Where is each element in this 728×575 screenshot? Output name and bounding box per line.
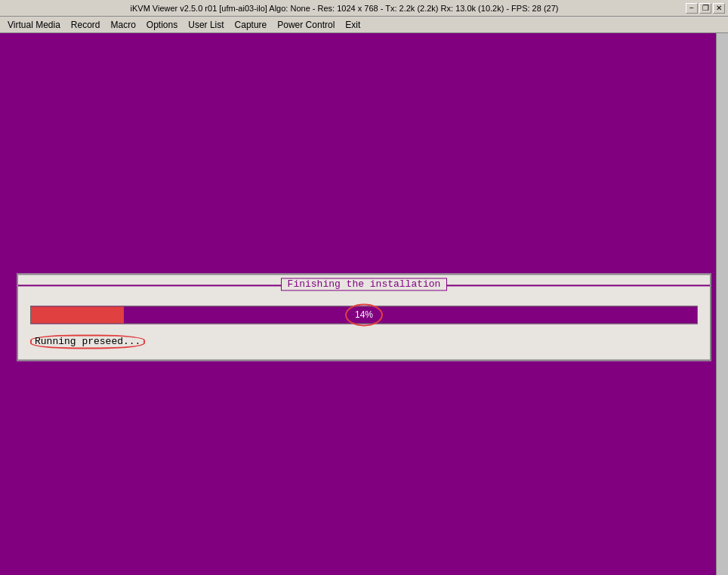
menu-macro[interactable]: Macro xyxy=(106,18,140,32)
menu-record[interactable]: Record xyxy=(66,18,105,32)
status-text: Running preseed... xyxy=(30,336,698,347)
installation-dialog: Finishing the installation 14% Running p… xyxy=(17,273,711,361)
menu-exit[interactable]: Exit xyxy=(341,18,365,32)
menu-user-list[interactable]: User List xyxy=(184,18,228,32)
dialog-title-bar: Finishing the installation xyxy=(18,275,710,294)
kvm-scrollbar[interactable] xyxy=(716,33,728,575)
window-title: iKVM Viewer v2.5.0 r01 [ufm-ai03-ilo] Al… xyxy=(3,4,686,13)
minimize-button[interactable]: − xyxy=(686,3,698,14)
dialog-content: 14% Running preseed... xyxy=(18,300,710,359)
status-message: Running preseed... xyxy=(30,334,145,349)
menu-virtual-media[interactable]: Virtual Media xyxy=(3,18,65,32)
kvm-display[interactable]: Finishing the installation 14% Running p… xyxy=(0,33,728,575)
progress-fill xyxy=(31,306,124,323)
progress-track: 14% xyxy=(30,306,698,324)
dialog-title: Finishing the installation xyxy=(281,278,448,291)
menu-options[interactable]: Options xyxy=(142,18,182,32)
progress-container: 14% xyxy=(30,306,698,327)
percent-circle-annotation xyxy=(345,303,383,326)
close-button[interactable]: ✕ xyxy=(713,3,725,14)
menu-bar: Virtual Media Record Macro Options User … xyxy=(0,17,728,33)
title-bar: iKVM Viewer v2.5.0 r01 [ufm-ai03-ilo] Al… xyxy=(0,0,728,17)
menu-power-control[interactable]: Power Control xyxy=(273,18,339,32)
restore-button[interactable]: ❐ xyxy=(699,3,711,14)
menu-capture[interactable]: Capture xyxy=(230,18,272,32)
title-buttons: − ❐ ✕ xyxy=(686,3,725,14)
